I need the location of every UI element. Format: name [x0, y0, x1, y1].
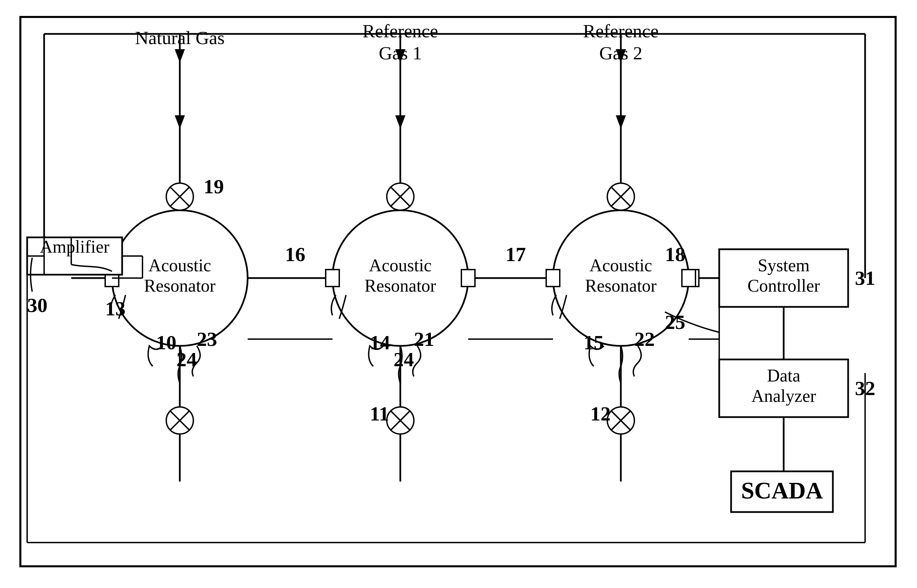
diagram: Acoustic Resonator Acoustic Resonator Ac…: [0, 0, 917, 588]
system-controller-label-line2: Controller: [747, 276, 820, 296]
label-12: 12: [590, 402, 611, 425]
label-16: 16: [285, 243, 305, 265]
svg-text:Acoustic: Acoustic: [149, 256, 211, 275]
data-analyzer-label-line1: Data: [767, 366, 800, 385]
svg-rect-84: [461, 270, 475, 286]
label-24b: 24: [393, 348, 414, 371]
label-30: 30: [27, 294, 47, 317]
svg-text:Acoustic: Acoustic: [369, 256, 432, 275]
svg-rect-85: [546, 270, 560, 286]
system-controller-label-line1: System: [758, 256, 809, 275]
label-32: 32: [855, 377, 875, 399]
label-19: 19: [204, 175, 224, 198]
label-22: 22: [634, 328, 655, 350]
svg-rect-86: [682, 270, 695, 286]
label-14: 14: [370, 331, 390, 354]
label-10: 10: [156, 331, 176, 354]
label-18: 18: [665, 243, 685, 265]
label-11: 11: [370, 402, 389, 425]
scada-label: SCADA: [741, 477, 823, 504]
label-21: 21: [414, 328, 434, 350]
svg-text:Resonator: Resonator: [365, 276, 436, 296]
svg-text:Resonator: Resonator: [144, 276, 216, 296]
label-25: 25: [665, 311, 685, 333]
data-analyzer-label-line2: Analyzer: [752, 386, 816, 405]
svg-rect-83: [326, 270, 339, 286]
svg-text:Acoustic: Acoustic: [590, 256, 652, 275]
label-17: 17: [506, 243, 526, 265]
label-23: 23: [197, 328, 217, 350]
svg-text:Resonator: Resonator: [585, 276, 657, 296]
amplifier-label: Amplifier: [40, 237, 109, 256]
label-31: 31: [855, 267, 875, 289]
label-15: 15: [584, 331, 604, 354]
